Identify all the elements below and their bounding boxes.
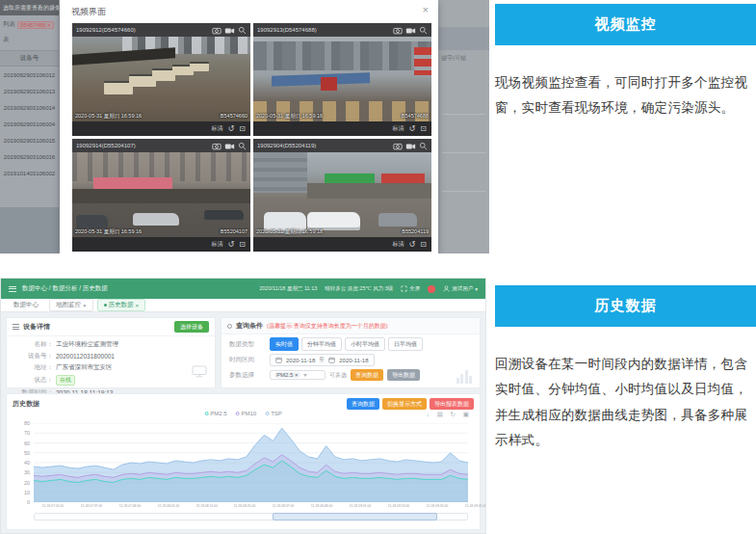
chart-button-0[interactable]: 查询数据 [347, 398, 379, 410]
data-type-option-0[interactable]: 实时值 [270, 337, 299, 351]
device-row[interactable]: 2019092903106004 [0, 116, 59, 132]
legend-item[interactable]: PM10 [235, 411, 256, 416]
chart-button-1[interactable]: 切换显示方式 [382, 398, 427, 410]
quality-toggle[interactable]: 标清 [393, 240, 404, 249]
date-start: 2020-11-18 [286, 358, 315, 363]
fullscreen-icon[interactable]: ⊡ [420, 241, 427, 249]
date-range-input[interactable]: 2020-11-18 至 2020-11-18 [270, 354, 375, 366]
device-row[interactable]: 2019092903106012 [0, 67, 59, 83]
x-tick-label: 11-18 08:37:00 [273, 504, 294, 507]
fullscreen-icon[interactable]: ⊡ [239, 241, 246, 249]
camera-label: 19092913(D54574688) [257, 27, 390, 33]
device-panel-title: 设备详情 [23, 322, 50, 332]
query-data-button[interactable]: 查询数据 [351, 369, 383, 381]
replay-icon[interactable]: ↺ [409, 241, 416, 249]
monitor-icon [192, 364, 207, 382]
osd-code: B54574660 [221, 113, 248, 120]
replay-icon[interactable]: ↺ [409, 125, 416, 133]
data-type-option-3[interactable]: 日平均值 [388, 337, 423, 351]
y-tick-label: 40 [24, 460, 30, 466]
datazoom-slider[interactable] [34, 513, 468, 521]
param-select-label: 参数选择 [229, 371, 266, 380]
select-device-button[interactable]: 选择设备 [174, 321, 209, 333]
snapshot-icon[interactable] [393, 142, 403, 150]
x-tick-label: 11-18 08:48:00 [311, 504, 332, 507]
feature-title-banner: 视频监控 [495, 4, 756, 45]
fullscreen-icon[interactable]: ⊡ [420, 125, 427, 133]
x-tick-label: 11-18 08:11:00 [196, 504, 217, 507]
fullscreen-icon[interactable]: ⊡ [239, 125, 246, 133]
legend-label: PM10 [241, 411, 256, 416]
chart-panel-title: 历史数据 [13, 399, 39, 409]
osd-timestamp: 2020-05-31 星期日 16:59:18 [256, 228, 323, 235]
record-icon[interactable] [224, 26, 235, 35]
legend-item[interactable]: TSP [265, 411, 282, 416]
data-type-option-1[interactable]: 分钟平均值 [301, 337, 342, 351]
panels-row: 设备详情 选择设备 名称：工业环境粉尘监测管理设备号：2020011203180… [6, 317, 481, 388]
status-badge: 在线 [56, 375, 75, 386]
data-type-label: 数据类型 [229, 340, 266, 349]
tab-item-0[interactable]: 数据中心 [7, 299, 45, 311]
tab-label: 地图监控 [56, 301, 81, 309]
selected-camera-tag[interactable]: 05457466 × [17, 21, 54, 29]
legend-marker [235, 412, 239, 415]
replay-icon[interactable]: ↺ [228, 125, 235, 133]
tab-close-icon[interactable]: × [83, 303, 87, 308]
camera-label: 19092912(D54574660) [76, 27, 209, 33]
device-list: 2019092903106012201909290310601320190929… [0, 67, 59, 181]
data-type-option-2[interactable]: 小时平均值 [345, 337, 385, 351]
quality-toggle[interactable]: 标清 [212, 124, 223, 133]
legend-item[interactable]: PM2.5 [204, 411, 226, 416]
datazoom-handle[interactable] [273, 513, 437, 521]
snapshot-icon[interactable] [393, 26, 403, 35]
snapshot-icon[interactable] [212, 142, 222, 150]
tab-label: 数据中心 [13, 301, 39, 309]
tab-item-1[interactable]: 地图监控× [49, 299, 93, 311]
legend-label: PM2.5 [210, 411, 226, 416]
legend-label: TSP [271, 411, 282, 416]
device-row[interactable]: 2019092903106016 [0, 148, 59, 165]
field-value: 工业环境粉尘监测管理 [56, 340, 118, 349]
user-menu[interactable]: 测试用户 ▾ [443, 285, 478, 292]
zoom-icon[interactable] [419, 26, 428, 35]
chart-toolbox-icons[interactable]: ↓ ▤ ↻ ▣ [427, 411, 472, 418]
calendar-icon [328, 357, 335, 363]
x-tick-label: 11-18 09:01:00 [350, 504, 371, 507]
close-icon[interactable]: × [423, 4, 429, 15]
device-row[interactable]: 2019092903106014 [0, 99, 59, 116]
video-feature-card: 视频监控 现场视频监控查看，可同时打开多个监控视窗，实时查看现场环境，确定污染源… [495, 4, 756, 121]
search-hint-fragment: 键字(可输 [441, 54, 466, 63]
zoom-icon[interactable] [419, 142, 428, 150]
param-tag: PM2.5 × [274, 372, 300, 378]
record-icon[interactable] [224, 142, 235, 150]
quality-toggle[interactable]: 标清 [212, 240, 223, 249]
device-row[interactable]: 2019092903106015 [0, 132, 59, 148]
chart-button-2[interactable]: 导出报表数据 [430, 398, 474, 410]
device-row[interactable]: 2019092903106013 [0, 83, 59, 99]
query-icon [227, 324, 232, 329]
video-modal: 视频界面 × 19092912(D54574660) 2020-05-31 星期 [60, 0, 438, 254]
record-icon[interactable] [405, 26, 416, 35]
legend-marker [265, 412, 269, 415]
tab-item-2[interactable]: 历史数据× [97, 299, 146, 311]
tab-close-icon[interactable]: × [136, 303, 140, 308]
page: 选取所需要查看的摄像头 列表 05457466 × 表 设备号 20190929… [0, 0, 756, 534]
fullscreen-button[interactable]: 全屏 [401, 285, 420, 292]
x-tick-label: 11-18 07:24:00 [42, 504, 64, 507]
calendar-icon [275, 357, 282, 363]
notification-badge[interactable] [428, 285, 435, 293]
zoom-icon[interactable] [238, 142, 247, 150]
snapshot-icon[interactable] [212, 26, 222, 35]
background-table-strip: 键字(可输 [438, 0, 489, 254]
replay-icon[interactable]: ↺ [228, 241, 235, 249]
field-label: 名称： [14, 340, 53, 349]
device-row[interactable]: 2019101403106002 [0, 165, 59, 181]
record-icon[interactable] [405, 142, 416, 150]
zoom-icon[interactable] [238, 26, 247, 35]
param-select[interactable]: PM2.5 × [270, 370, 326, 380]
menu-icon[interactable] [9, 284, 16, 293]
export-data-button[interactable]: 导出数据 [387, 369, 420, 381]
feature-title-banner: 历史数据 [495, 285, 756, 327]
quality-toggle[interactable]: 标清 [393, 124, 404, 133]
y-tick-label: 20 [24, 480, 30, 486]
